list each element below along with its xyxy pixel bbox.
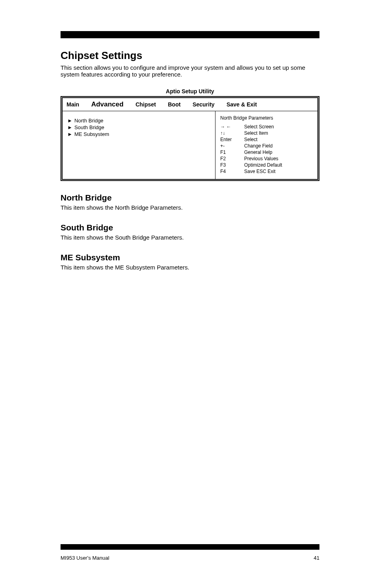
tab-security[interactable]: Security <box>192 101 214 108</box>
triangle-icon: ► <box>67 131 73 137</box>
utility-title: Aptio Setup Utility <box>61 88 319 94</box>
tab-advanced[interactable]: Advanced <box>91 100 123 108</box>
help-key: Enter <box>220 137 242 142</box>
help-desc: Select Item <box>244 130 268 136</box>
help-line: +- Change Field <box>220 143 313 149</box>
bios-menu-pane: ► North Bridge ► South Bridge ► ME Subsy… <box>63 111 215 179</box>
menu-item-south-bridge[interactable]: ► South Bridge <box>67 124 210 130</box>
help-desc: Select Screen <box>244 124 274 130</box>
tab-main[interactable]: Main <box>67 101 79 108</box>
top-rule <box>61 31 319 38</box>
bios-window: Main Advanced Chipset Boot Security Save… <box>61 96 319 181</box>
section-me-desc: This item shows the ME Subsystem Paramet… <box>61 264 319 271</box>
help-key: F1 <box>220 149 242 155</box>
menu-label: ME Subsystem <box>74 131 109 137</box>
section-south-title: South Bridge <box>61 223 319 232</box>
footer-left: MI953 User's Manual <box>61 555 109 561</box>
help-key: → ← <box>220 124 242 130</box>
tab-chipset[interactable]: Chipset <box>135 101 156 108</box>
help-desc: Previous Values <box>244 156 278 161</box>
menu-item-me-subsystem[interactable]: ► ME Subsystem <box>67 131 210 137</box>
help-key: F4 <box>220 169 242 174</box>
help-line: F1 General Help <box>220 149 313 155</box>
menu-item-north-bridge[interactable]: ► North Bridge <box>67 118 210 124</box>
footer-right: 41 <box>314 555 319 561</box>
page-desc: This section allows you to configure and… <box>61 64 319 78</box>
help-line: F3 Optimized Default <box>220 162 313 168</box>
bottom-rule <box>61 544 319 550</box>
section-me-title: ME Subsystem <box>61 253 319 262</box>
page-title: Chipset Settings <box>61 49 319 62</box>
help-key: ↑↓ <box>220 130 242 136</box>
section-north-title: North Bridge <box>61 193 319 203</box>
bios-tabs: Main Advanced Chipset Boot Security Save… <box>63 98 317 111</box>
help-line: F4 Save ESC Exit <box>220 169 313 174</box>
triangle-icon: ► <box>67 118 73 124</box>
help-line: Enter Select <box>220 137 313 142</box>
help-line: ↑↓ Select Item <box>220 130 313 136</box>
menu-label: North Bridge <box>74 118 104 124</box>
help-line: → ← Select Screen <box>220 124 313 130</box>
help-key: F2 <box>220 156 242 161</box>
tab-save-exit[interactable]: Save & Exit <box>227 101 257 108</box>
section-south-desc: This item shows the South Bridge Paramet… <box>61 234 319 241</box>
triangle-icon: ► <box>67 124 73 130</box>
help-key: +- <box>220 143 242 149</box>
help-key: F3 <box>220 162 242 168</box>
section-north-desc: This item shows the North Bridge Paramet… <box>61 204 319 211</box>
help-desc: General Help <box>244 149 272 155</box>
help-desc: Select <box>244 137 257 142</box>
bios-help-pane: North Bridge Parameters → ← Select Scree… <box>215 111 317 179</box>
menu-label: South Bridge <box>74 124 104 130</box>
help-desc: Optimized Default <box>244 162 282 168</box>
help-top: North Bridge Parameters <box>220 115 313 121</box>
help-line: F2 Previous Values <box>220 156 313 161</box>
footer: MI953 User's Manual 41 <box>61 555 319 561</box>
help-desc: Save ESC Exit <box>244 169 276 174</box>
help-desc: Change Field <box>244 143 272 149</box>
tab-boot[interactable]: Boot <box>168 101 180 108</box>
